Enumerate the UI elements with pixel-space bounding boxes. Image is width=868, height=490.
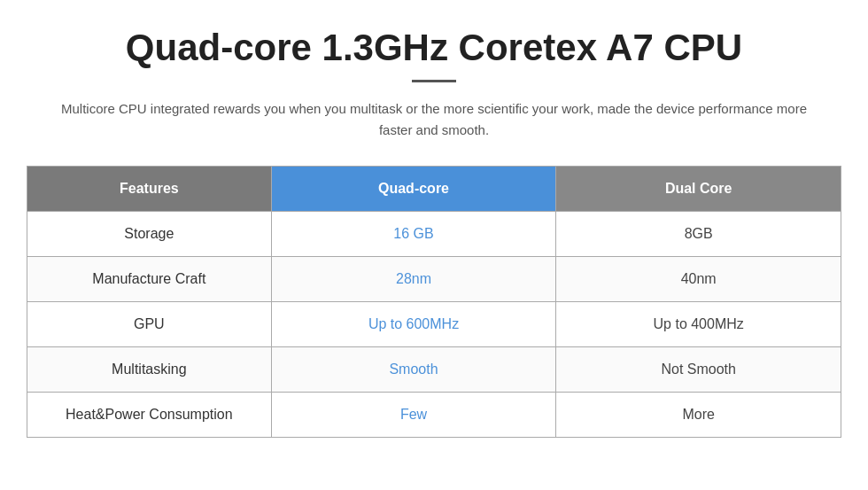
row-feature-label: GPU xyxy=(27,302,272,347)
row-feature-label: Manufacture Craft xyxy=(27,257,272,302)
table-row: MultitaskingSmoothNot Smooth xyxy=(27,347,841,393)
header-features: Features xyxy=(27,167,272,212)
header-quad: Quad-core xyxy=(271,167,556,212)
page-subtitle: Multicore CPU integrated rewards you whe… xyxy=(49,98,819,141)
row-dual-value: 40nm xyxy=(556,257,841,302)
row-feature-label: Heat&Power Consumption xyxy=(27,393,272,438)
table-row: GPUUp to 600MHzUp to 400MHz xyxy=(27,302,841,347)
row-dual-value: Not Smooth xyxy=(556,347,841,393)
table-row: Manufacture Craft28nm40nm xyxy=(27,257,841,302)
row-feature-label: Storage xyxy=(27,212,272,257)
row-dual-value: More xyxy=(556,393,841,438)
table-row: Heat&Power ConsumptionFewMore xyxy=(27,393,841,438)
row-feature-label: Multitasking xyxy=(27,347,272,393)
table-row: Storage16 GB8GB xyxy=(27,212,841,257)
comparison-table: Features Quad-core Dual Core Storage16 G… xyxy=(27,166,841,438)
row-quad-value: Smooth xyxy=(271,347,556,393)
row-dual-value: Up to 400MHz xyxy=(556,302,841,347)
header-dual: Dual Core xyxy=(556,167,841,212)
table-header-row: Features Quad-core Dual Core xyxy=(27,167,841,212)
page-title: Quad-core 1.3GHz Coretex A7 CPU xyxy=(126,27,742,69)
row-quad-value: Up to 600MHz xyxy=(271,302,556,347)
row-quad-value: Few xyxy=(271,393,556,438)
row-quad-value: 16 GB xyxy=(271,212,556,257)
row-dual-value: 8GB xyxy=(556,212,841,257)
title-divider xyxy=(412,80,456,82)
row-quad-value: 28nm xyxy=(271,257,556,302)
